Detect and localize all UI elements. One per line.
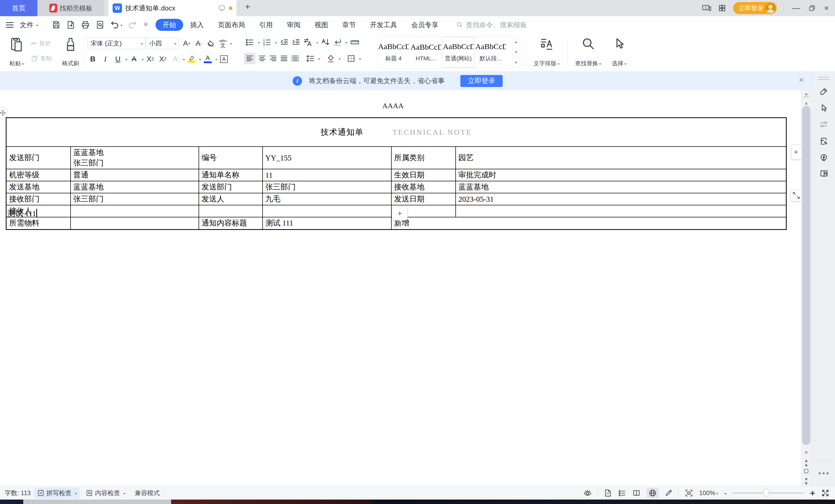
redo-icon[interactable] (128, 20, 137, 29)
menu-tab-home[interactable]: 开始 (156, 19, 183, 31)
table-row[interactable]: 机密等级 普通 通知单名称 11 生效日期 审批完成时 (6, 169, 787, 181)
web-view-button[interactable] (647, 488, 659, 498)
outline-view-icon[interactable] (618, 489, 626, 497)
character-scale-icon[interactable] (303, 38, 313, 47)
justify-icon[interactable] (280, 54, 288, 63)
ruler-toggle-icon[interactable] (802, 92, 810, 99)
cell-label[interactable]: 发送部门 (199, 181, 263, 193)
styles-scroll-down-icon[interactable]: ▼ (513, 47, 520, 57)
sort-icon[interactable] (321, 38, 330, 47)
menu-tab-section[interactable]: 章节 (335, 19, 363, 31)
cell-label[interactable]: 通知内容标题 (199, 217, 263, 229)
highlight-button[interactable] (185, 53, 198, 65)
underline-button[interactable]: U (112, 53, 124, 65)
align-center-icon[interactable] (258, 54, 266, 63)
font-size-select[interactable]: 小四 (146, 38, 179, 49)
tab-docer-templates[interactable]: 找稻壳模板 (37, 0, 104, 16)
menu-tab-view[interactable]: 视图 (307, 19, 335, 31)
login-now-button[interactable]: 立即登录 (733, 2, 777, 14)
cell-value[interactable]: 园艺 (456, 146, 787, 169)
paragraph-direction-icon[interactable] (332, 38, 342, 47)
sidebar-ai-button[interactable] (819, 153, 829, 162)
cell-value[interactable]: 张三部门 (263, 181, 391, 193)
decrease-font-button[interactable]: A- (193, 37, 205, 49)
copy-button[interactable]: 复制 (31, 55, 52, 62)
cell-label[interactable]: 接收部门 (6, 193, 70, 205)
hamburger-menu-icon[interactable] (6, 21, 14, 29)
read-mode-icon[interactable] (632, 489, 641, 497)
select-browse-object-icon[interactable] (804, 469, 808, 473)
format-painter-button[interactable]: 格式刷 (60, 37, 82, 67)
bullet-list-icon[interactable] (245, 38, 254, 47)
body-paragraph[interactable]: 测试 111 (7, 208, 37, 219)
edit-pen-icon[interactable] (665, 489, 673, 497)
increase-indent-icon[interactable] (291, 38, 301, 47)
cell-label[interactable]: 所需物料 (6, 217, 70, 229)
font-name-select[interactable]: 宋体 (正文) (87, 38, 145, 49)
sidebar-more-icon[interactable] (812, 472, 835, 474)
decrease-indent-icon[interactable] (280, 38, 289, 47)
document-canvas[interactable]: AAAA 技术通知单 TECHNICAL NOTE 发送部门 蓝蓝基地 张三部门… (0, 90, 801, 486)
clear-format-button[interactable] (205, 37, 217, 49)
save-icon[interactable] (52, 20, 61, 29)
zoom-slider[interactable] (733, 492, 804, 493)
shading-icon[interactable] (326, 54, 335, 63)
cell-value[interactable]: 普通 (70, 169, 199, 181)
menu-tab-references[interactable]: 引用 (252, 19, 280, 31)
content-check-button[interactable]: 内容检查 (83, 487, 128, 499)
character-border-button[interactable]: A (218, 53, 230, 65)
page-view-icon[interactable] (604, 489, 612, 497)
cell-label[interactable]: 发送部门 (6, 146, 70, 169)
workspace-grid-icon[interactable] (718, 4, 726, 12)
cell-value[interactable] (199, 205, 263, 217)
cell-label[interactable]: 接收基地 (391, 181, 456, 193)
scroll-down-icon[interactable]: ▼ (801, 451, 812, 455)
close-button[interactable]: × (822, 4, 830, 13)
sidebar-annotate-button[interactable] (819, 87, 829, 96)
previous-page-icon[interactable]: ▲▲ (801, 459, 812, 467)
styles-more-icon[interactable]: ▼ (513, 57, 520, 68)
customize-quickbar-icon[interactable] (142, 21, 149, 28)
style-card-heading4[interactable]: AaBbCcDc 标题 4 (377, 37, 410, 68)
eye-protect-icon[interactable] (583, 489, 592, 498)
style-card-normal-web[interactable]: AaBbCcDc 普通(网站) (442, 37, 474, 68)
subscript-button[interactable]: X2 (157, 53, 169, 65)
cell-label[interactable]: 生效日期 (391, 169, 456, 181)
cell-value[interactable]: 张三部门 (70, 193, 199, 205)
cell-value[interactable]: YY_155 (263, 146, 391, 169)
table-row[interactable]: 接收部门 张三部门 发送人 九毛 发送日期 2023-05-31 (6, 193, 787, 205)
cell-label[interactable]: 机密等级 (6, 169, 70, 181)
font-color-button[interactable]: A (202, 53, 214, 65)
tab-stops-icon[interactable] (350, 38, 360, 47)
spell-check-button[interactable]: 拼写检查 (35, 487, 79, 499)
cell-label[interactable]: 发送人 (199, 193, 263, 205)
cell-value[interactable] (70, 205, 199, 217)
align-left-button[interactable] (244, 53, 256, 64)
zoom-level-select[interactable]: 100% (699, 489, 718, 497)
tab-document-active[interactable]: W 技术通知单.docx (108, 0, 237, 16)
cell-label[interactable]: 通知单名称 (199, 169, 263, 181)
paste-button[interactable]: 粘贴 (5, 37, 29, 67)
style-card-default-para[interactable]: AaBbCcDd 默认段... (474, 37, 507, 68)
scrollbar-thumb[interactable] (802, 106, 811, 445)
undo-icon[interactable] (110, 20, 119, 29)
cell-value[interactable] (70, 217, 199, 229)
bold-button[interactable]: B (87, 53, 99, 65)
minimize-button[interactable]: — (791, 4, 801, 13)
cell-value[interactable]: 九毛 (263, 193, 391, 205)
distribute-icon[interactable] (290, 54, 300, 63)
banner-close-icon[interactable]: × (799, 75, 804, 85)
undo-dropdown-icon[interactable] (120, 25, 123, 27)
pinyin-guide-button[interactable]: wén 文 (217, 37, 229, 49)
table-title-row[interactable]: 技术通知单 TECHNICAL NOTE (6, 118, 787, 147)
table-row[interactable]: 发送基地 蓝蓝基地 发送部门 张三部门 接收基地 蓝蓝基地 (6, 181, 787, 193)
sidebar-select-button[interactable] (819, 103, 829, 113)
text-layout-button[interactable]: 文字排版 (528, 37, 565, 67)
restore-button[interactable] (808, 4, 816, 12)
borders-icon[interactable] (346, 54, 356, 63)
cell-value[interactable]: 蓝蓝基地 张三部门 (70, 146, 199, 169)
text-effects-button[interactable]: A (169, 53, 181, 65)
strikethrough-button[interactable]: A (128, 53, 140, 65)
cell-label[interactable]: 编号 (199, 146, 263, 169)
tab-home[interactable]: 首页 (0, 0, 37, 16)
